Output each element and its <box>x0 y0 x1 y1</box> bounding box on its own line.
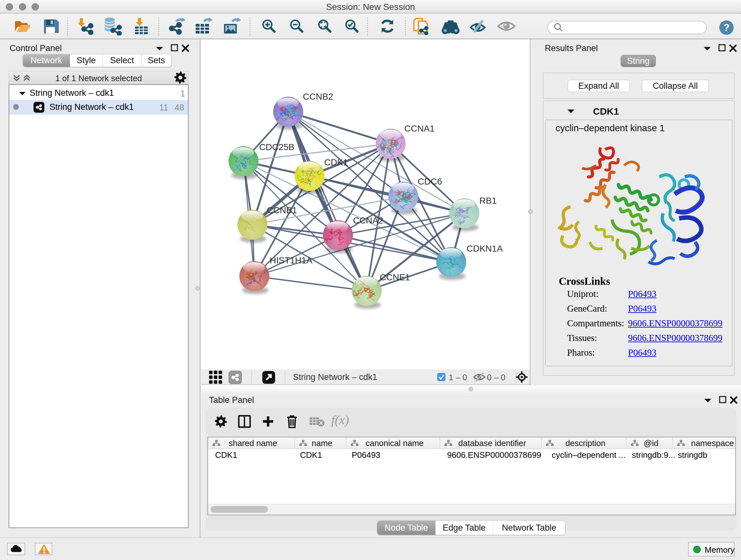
svg-text:CDC6: CDC6 <box>418 177 442 186</box>
svg-text:CDKN1A: CDKN1A <box>467 244 503 253</box>
svg-text:CCNB2: CCNB2 <box>303 91 333 102</box>
svg-text:CCNA2: CCNA2 <box>353 215 383 226</box>
svg-text:HIST1H1A: HIST1H1A <box>270 255 313 265</box>
svg-text:CCNB1: CCNB1 <box>267 205 297 215</box>
svg-text:CDC25B: CDC25B <box>259 142 294 152</box>
svg-text:CDK1: CDK1 <box>324 158 348 167</box>
svg-text:CCNA1: CCNA1 <box>404 124 434 133</box>
svg-text:CCNE1: CCNE1 <box>380 272 410 282</box>
svg-text:RB1: RB1 <box>479 196 496 206</box>
